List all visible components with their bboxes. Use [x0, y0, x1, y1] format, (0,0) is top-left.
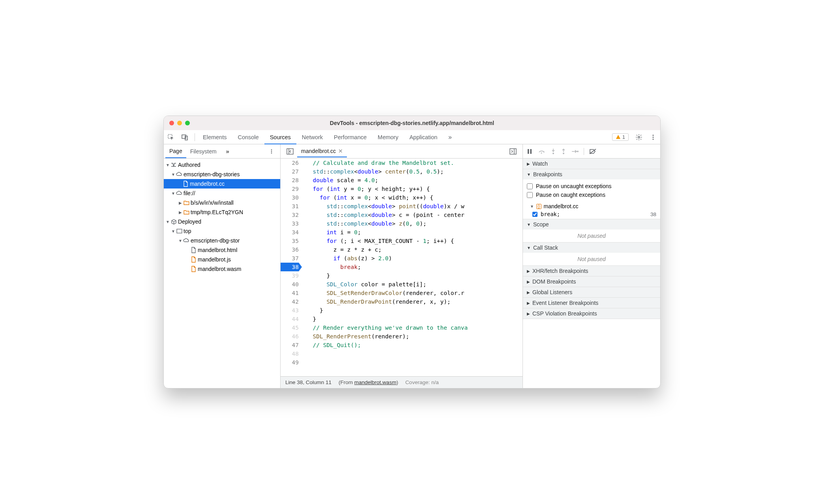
- csp-header[interactable]: ▶CSP Violation Breakpoints: [523, 308, 660, 319]
- tree-deployed[interactable]: ▼Deployed: [164, 217, 280, 226]
- svg-rect-16: [530, 149, 532, 154]
- source-mapped-from: (From mandelbrot.wasm): [339, 379, 398, 385]
- main-toolbar: ElementsConsoleSourcesNetworkPerformance…: [164, 130, 660, 144]
- navigator-tabs: Page Filesystem »: [164, 144, 280, 159]
- minimize-button[interactable]: [177, 121, 182, 125]
- svg-point-9: [271, 152, 272, 153]
- callstack-section: ▼Call StackNot paused: [523, 243, 660, 266]
- source-editor: mandelbrot.cc ✕ 262728293031323334353637…: [281, 144, 523, 388]
- toggle-navigator-icon[interactable]: [286, 147, 294, 155]
- scope-header[interactable]: ▼Scope: [523, 219, 660, 230]
- gl-section: ▶Global Listeners: [523, 287, 660, 298]
- main-tab-performance[interactable]: Performance: [328, 131, 372, 144]
- callstack-not-paused: Not paused: [523, 253, 660, 265]
- tree-file-wasm[interactable]: mandelbrot.wasm: [164, 264, 280, 274]
- toggle-debugger-icon[interactable]: [509, 147, 517, 155]
- debug-toolbar: [523, 144, 660, 159]
- step-icon[interactable]: [571, 149, 579, 154]
- maximize-button[interactable]: [185, 121, 190, 125]
- watch-header[interactable]: ▶Watch: [523, 159, 660, 169]
- watch-section: ▶Watch: [523, 159, 660, 169]
- tree-top[interactable]: ▼top: [164, 226, 280, 236]
- file-badge-icon: {}: [536, 204, 541, 209]
- navigator: Page Filesystem » ▼Authored ▼emscripten-…: [164, 144, 281, 388]
- csp-section: ▶CSP Violation Breakpoints: [523, 308, 660, 319]
- svg-point-3: [638, 136, 640, 138]
- scope-not-paused: Not paused: [523, 230, 660, 242]
- pause-icon[interactable]: [526, 148, 533, 155]
- source-text[interactable]: // Calculate and draw the Mandelbrot set…: [303, 159, 522, 376]
- svg-point-8: [271, 151, 272, 152]
- more-tabs-icon[interactable]: »: [446, 133, 454, 141]
- tree-file-html[interactable]: mandelbrot.html: [164, 245, 280, 255]
- warning-count: 1: [622, 134, 625, 140]
- tree-authored[interactable]: ▼Authored: [164, 160, 280, 170]
- kebab-menu-icon[interactable]: [649, 133, 657, 141]
- traffic-lights: [169, 121, 190, 125]
- main-tab-application[interactable]: Application: [404, 131, 443, 144]
- tree-folder-install[interactable]: ▶b/s/w/ir/x/w/install: [164, 198, 280, 207]
- nav-tab-page[interactable]: Page: [165, 145, 186, 158]
- line-gutter[interactable]: 2627282930313233343536373839404142434445…: [281, 159, 303, 376]
- dom-header[interactable]: ▶DOM Breakpoints: [523, 276, 660, 287]
- step-into-icon[interactable]: [551, 148, 556, 155]
- main-tab-network[interactable]: Network: [296, 131, 328, 144]
- file-tab-mandelbrot[interactable]: mandelbrot.cc ✕: [297, 146, 347, 157]
- dom-section: ▶DOM Breakpoints: [523, 276, 660, 287]
- code-view[interactable]: 2627282930313233343536373839404142434445…: [281, 159, 522, 376]
- coverage-status: Coverage: n/a: [405, 379, 439, 385]
- el-header[interactable]: ▶Event Listener Breakpoints: [523, 298, 660, 308]
- callstack-header[interactable]: ▼Call Stack: [523, 243, 660, 253]
- warnings-badge[interactable]: 1: [612, 133, 629, 141]
- svg-point-5: [653, 136, 654, 138]
- devtools-window: DevTools - emscripten-dbg-stories.netlif…: [163, 116, 661, 388]
- xhr-section: ▶XHR/fetch Breakpoints: [523, 266, 660, 276]
- svg-point-4: [653, 134, 654, 136]
- svg-point-6: [653, 138, 654, 140]
- nav-menu-icon[interactable]: [268, 147, 275, 155]
- device-toolbar-icon[interactable]: [181, 133, 189, 141]
- tree-file-js[interactable]: mandelbrot.js: [164, 255, 280, 264]
- step-out-icon[interactable]: [561, 148, 566, 155]
- step-over-icon[interactable]: [538, 148, 546, 155]
- svg-rect-10: [177, 229, 182, 233]
- svg-point-19: [563, 153, 564, 154]
- svg-rect-15: [528, 149, 529, 154]
- editor-statusbar: Line 38, Column 11 (From mandelbrot.wasm…: [281, 376, 522, 388]
- editor-tabs: mandelbrot.cc ✕: [281, 144, 522, 159]
- debugger-panel: ▶Watch ▼Breakpoints Pause on uncaught ex…: [523, 144, 660, 388]
- nav-tab-filesystem[interactable]: Filesystem: [186, 145, 221, 158]
- close-button[interactable]: [169, 121, 174, 125]
- tree-host-2[interactable]: ▼emscripten-dbg-stor: [164, 236, 280, 245]
- tree-file-scheme[interactable]: ▼file://: [164, 189, 280, 198]
- inspect-icon[interactable]: [167, 133, 175, 141]
- tree-host-1[interactable]: ▼emscripten-dbg-stories: [164, 170, 280, 179]
- close-tab-icon[interactable]: ✕: [338, 148, 343, 154]
- deactivate-breakpoints-icon[interactable]: [589, 148, 597, 155]
- main-tab-sources[interactable]: Sources: [264, 131, 296, 144]
- tree-file-mandelbrot-cc[interactable]: mandelbrot.cc: [164, 179, 280, 189]
- breakpoints-header[interactable]: ▼Breakpoints: [523, 169, 660, 179]
- svg-rect-11: [287, 149, 293, 154]
- main-tab-console[interactable]: Console: [232, 131, 264, 144]
- gl-header[interactable]: ▶Global Listeners: [523, 287, 660, 297]
- bp-item[interactable]: break;38: [523, 210, 660, 219]
- nav-more-tabs-icon[interactable]: »: [224, 147, 232, 155]
- breakpoints-section: ▼Breakpoints Pause on uncaught exception…: [523, 169, 660, 219]
- xhr-header[interactable]: ▶XHR/fetch Breakpoints: [523, 266, 660, 276]
- settings-icon[interactable]: [635, 133, 643, 141]
- main-tab-memory[interactable]: Memory: [372, 131, 404, 144]
- pause-caught-checkbox[interactable]: Pause on caught exceptions: [527, 190, 656, 199]
- file-tree: ▼Authored ▼emscripten-dbg-stories mandel…: [164, 159, 280, 275]
- pause-uncaught-checkbox[interactable]: Pause on uncaught exceptions: [527, 182, 656, 190]
- main-tab-elements[interactable]: Elements: [197, 131, 232, 144]
- content: Page Filesystem » ▼Authored ▼emscripten-…: [164, 144, 660, 388]
- window-title: DevTools - emscripten-dbg-stories.netlif…: [164, 120, 660, 126]
- svg-point-20: [577, 151, 579, 152]
- tree-folder-tmp[interactable]: ▶tmp/tmp.ELcTq2YGN: [164, 207, 280, 217]
- cursor-position: Line 38, Column 11: [285, 379, 331, 385]
- bp-file-group[interactable]: ▼{}mandelbrot.cc: [523, 202, 660, 210]
- svg-rect-2: [185, 136, 187, 140]
- svg-point-18: [552, 153, 554, 154]
- svg-point-17: [541, 152, 542, 153]
